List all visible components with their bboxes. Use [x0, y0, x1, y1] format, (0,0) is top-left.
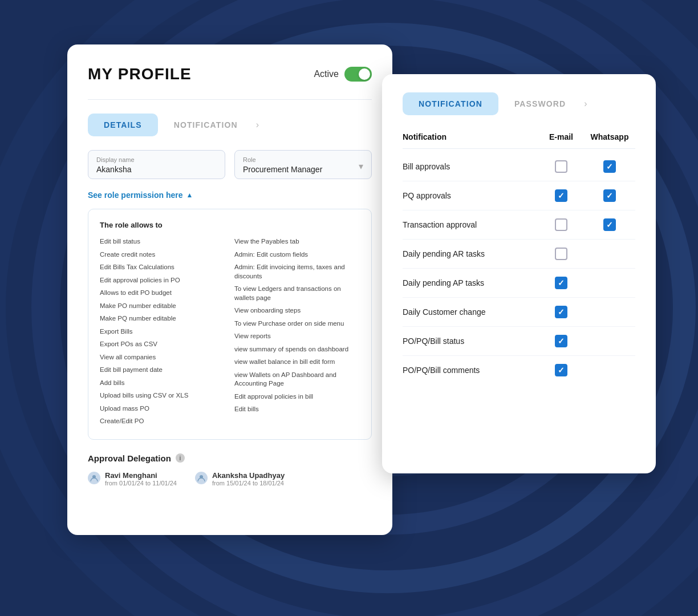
email-checkbox[interactable]	[555, 189, 567, 202]
delegate-dates: from 15/01/24 to 18/01/24	[212, 480, 285, 487]
col-header-email: E-mail	[538, 132, 584, 141]
permission-item: Edit approval policies in PO	[100, 276, 225, 285]
chevron-up-icon: ▲	[186, 191, 193, 199]
email-checkbox[interactable]	[555, 306, 567, 318]
email-check-cell	[538, 364, 584, 376]
delegate-name: Akanksha Upadhyay	[212, 471, 285, 480]
permission-item: View all companies	[100, 353, 225, 362]
email-check-cell	[538, 248, 584, 260]
permission-item: Make PQ number editable	[100, 314, 225, 323]
notification-label: Bill approvals	[403, 162, 538, 171]
notification-row: Daily pending AP tasks	[403, 269, 635, 298]
permission-item: view summary of spends on dashboard	[234, 345, 360, 354]
delegate-dates: from 01/01/24 to 11/01/24	[105, 480, 177, 487]
approval-title-text: Approval Delegation	[88, 453, 171, 463]
permissions-right-col: View the Payables tabAdmin: Edit custom …	[234, 237, 360, 430]
permission-item: To view Purchase order on side menu	[234, 319, 360, 329]
notification-table-header: Notification E-mail Whatsapp	[403, 132, 635, 149]
email-check-cell	[538, 218, 584, 231]
notification-row: PQ approvals	[403, 181, 635, 210]
notif-tab-arrow-icon: ›	[584, 99, 587, 109]
email-check-cell	[538, 189, 584, 202]
permission-item: Edit bill payment date	[100, 366, 225, 375]
active-toggle[interactable]	[344, 67, 372, 82]
tab-details[interactable]: DETAILS	[88, 114, 158, 136]
delegate-info: Ravi Menghani from 01/01/24 to 11/01/24	[105, 471, 177, 487]
permission-item: View the Payables tab	[234, 237, 360, 246]
email-checkbox[interactable]	[555, 335, 567, 347]
notification-row: PO/PQ/Bill comments	[403, 356, 635, 384]
delegate-item: Ravi Menghani from 01/01/24 to 11/01/24	[88, 471, 177, 487]
notification-label: Daily pending AR tasks	[403, 249, 538, 258]
info-icon: i	[176, 453, 185, 463]
see-role-link[interactable]: See role permission here ▲	[88, 191, 372, 200]
permission-item: View reports	[234, 332, 360, 341]
notification-label: Transaction approval	[403, 220, 538, 229]
role-permissions-box: The role allows to Edit bill statusCreat…	[88, 209, 372, 440]
email-checkbox[interactable]	[555, 364, 567, 376]
role-dropdown-icon: ▾	[359, 161, 363, 174]
email-checkbox[interactable]	[555, 160, 567, 173]
permission-item: Allows to edit PO budget	[100, 289, 225, 298]
email-check-cell	[538, 306, 584, 318]
whatsapp-checkbox[interactable]	[603, 189, 616, 202]
role-value: Procurement Manager	[243, 165, 322, 174]
permission-item: Create credit notes	[100, 250, 225, 260]
tab-arrow-icon: ›	[256, 120, 259, 130]
notification-label: PO/PQ/Bill comments	[403, 366, 538, 375]
permission-item: Edit approval policies in bill	[234, 392, 360, 402]
profile-card: MY PROFILE Active DETAILS NOTIFICATION ›…	[67, 44, 392, 535]
notification-row: Daily Customer change	[403, 298, 635, 327]
role-label: Role	[243, 156, 322, 163]
delegate-avatar	[195, 472, 208, 484]
whatsapp-check-cell	[584, 160, 635, 173]
permission-item: Create/Edit PO	[100, 417, 225, 426]
permission-item: Add bills	[100, 379, 225, 388]
tab-password[interactable]: PASSWORD	[498, 92, 582, 115]
permission-item: Admin: Edit custom fields	[234, 250, 360, 260]
profile-tabs: DETAILS NOTIFICATION ›	[88, 114, 372, 136]
permission-item: To view Ledgers and transactions on wall…	[234, 285, 360, 302]
email-checkbox[interactable]	[555, 218, 567, 231]
notification-row: Transaction approval	[403, 210, 635, 240]
permission-item: Export Bills	[100, 327, 225, 337]
delegate-name: Ravi Menghani	[105, 471, 177, 480]
email-checkbox[interactable]	[555, 277, 567, 289]
permission-item: View onboarding steps	[234, 306, 360, 315]
email-check-cell	[538, 277, 584, 289]
permission-item: Admin: Edit invoicing items, taxes and d…	[234, 263, 360, 281]
profile-form-row: Display name Akanksha Role Procurement M…	[88, 150, 372, 179]
email-check-cell	[538, 335, 584, 347]
notification-rows: Bill approvals PQ approvals Transaction …	[403, 152, 635, 384]
tab-notification-active[interactable]: NOTIFICATION	[403, 92, 498, 115]
role-field[interactable]: Role Procurement Manager ▾	[234, 150, 372, 179]
delegation-row: Ravi Menghani from 01/01/24 to 11/01/24 …	[88, 471, 372, 487]
permission-item: Upload mass PO	[100, 404, 225, 414]
display-name-value: Akanksha	[96, 165, 217, 174]
notification-label: PO/PQ/Bill status	[403, 337, 538, 346]
whatsapp-checkbox[interactable]	[603, 160, 616, 173]
notification-label: Daily pending AP tasks	[403, 278, 538, 287]
delegate-item: Akanksha Upadhyay from 15/01/24 to 18/01…	[195, 471, 285, 487]
email-checkbox[interactable]	[555, 248, 567, 260]
notification-label: PQ approvals	[403, 191, 538, 200]
permission-item: Upload bills using CSV or XLS	[100, 391, 225, 400]
permission-item: view wallet balance in bill edit form	[234, 358, 360, 367]
whatsapp-checkbox[interactable]	[603, 218, 616, 231]
tab-notification[interactable]: NOTIFICATION	[158, 114, 254, 136]
permission-item: Edit bills	[234, 405, 360, 414]
delegate-info: Akanksha Upadhyay from 15/01/24 to 18/01…	[212, 471, 285, 487]
permissions-columns: Edit bill statusCreate credit notesEdit …	[100, 237, 360, 430]
display-name-field[interactable]: Display name Akanksha	[88, 150, 225, 179]
permission-item: Edit bill status	[100, 237, 225, 246]
display-name-label: Display name	[96, 156, 217, 163]
permissions-left-col: Edit bill statusCreate credit notesEdit …	[100, 237, 225, 430]
permission-item: Make PO number editable	[100, 302, 225, 311]
approval-title: Approval Delegation i	[88, 453, 372, 463]
email-check-cell	[538, 160, 584, 173]
header-divider	[88, 99, 372, 100]
approval-delegation-section: Approval Delegation i Ravi Menghani from…	[88, 453, 372, 487]
active-section: Active	[314, 67, 372, 82]
whatsapp-check-cell	[584, 189, 635, 202]
permission-item: Edit Bills Tax Calculations	[100, 263, 225, 272]
